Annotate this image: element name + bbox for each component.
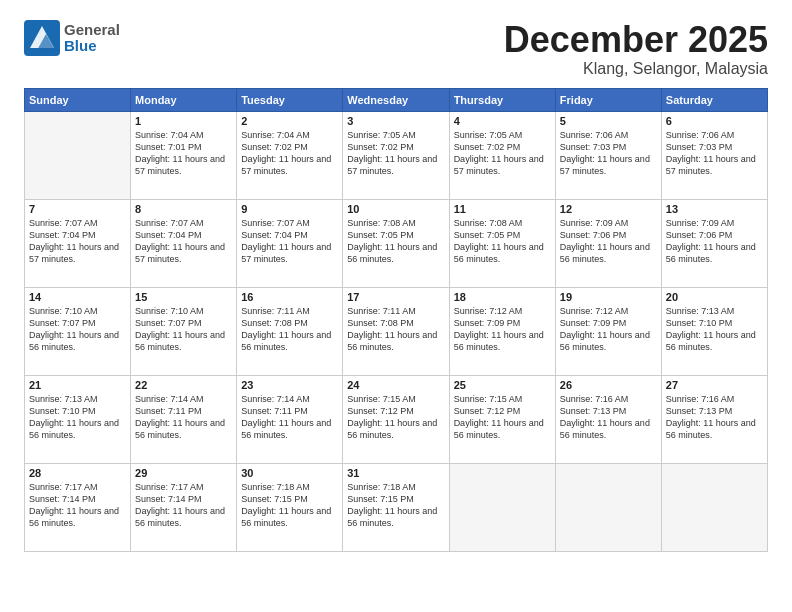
- calendar-week-1: 1Sunrise: 7:04 AMSunset: 7:01 PMDaylight…: [25, 111, 768, 199]
- calendar-cell: 5Sunrise: 7:06 AMSunset: 7:03 PMDaylight…: [555, 111, 661, 199]
- day-info: Sunrise: 7:07 AMSunset: 7:04 PMDaylight:…: [135, 217, 232, 266]
- day-info: Sunrise: 7:16 AMSunset: 7:13 PMDaylight:…: [666, 393, 763, 442]
- day-number: 16: [241, 291, 338, 303]
- calendar-cell: 16Sunrise: 7:11 AMSunset: 7:08 PMDayligh…: [237, 287, 343, 375]
- calendar-cell: 26Sunrise: 7:16 AMSunset: 7:13 PMDayligh…: [555, 375, 661, 463]
- day-number: 14: [29, 291, 126, 303]
- calendar-cell: 11Sunrise: 7:08 AMSunset: 7:05 PMDayligh…: [449, 199, 555, 287]
- weekday-header-friday: Friday: [555, 88, 661, 111]
- day-info: Sunrise: 7:18 AMSunset: 7:15 PMDaylight:…: [347, 481, 444, 530]
- calendar-week-5: 28Sunrise: 7:17 AMSunset: 7:14 PMDayligh…: [25, 463, 768, 551]
- weekday-header-tuesday: Tuesday: [237, 88, 343, 111]
- calendar-cell: 27Sunrise: 7:16 AMSunset: 7:13 PMDayligh…: [661, 375, 767, 463]
- calendar-cell: 10Sunrise: 7:08 AMSunset: 7:05 PMDayligh…: [343, 199, 449, 287]
- day-number: 13: [666, 203, 763, 215]
- day-info: Sunrise: 7:09 AMSunset: 7:06 PMDaylight:…: [560, 217, 657, 266]
- day-info: Sunrise: 7:06 AMSunset: 7:03 PMDaylight:…: [666, 129, 763, 178]
- calendar-cell: 29Sunrise: 7:17 AMSunset: 7:14 PMDayligh…: [131, 463, 237, 551]
- day-number: 12: [560, 203, 657, 215]
- day-number: 11: [454, 203, 551, 215]
- calendar-cell: 12Sunrise: 7:09 AMSunset: 7:06 PMDayligh…: [555, 199, 661, 287]
- calendar-cell: 13Sunrise: 7:09 AMSunset: 7:06 PMDayligh…: [661, 199, 767, 287]
- calendar-cell: 22Sunrise: 7:14 AMSunset: 7:11 PMDayligh…: [131, 375, 237, 463]
- day-info: Sunrise: 7:07 AMSunset: 7:04 PMDaylight:…: [29, 217, 126, 266]
- day-info: Sunrise: 7:12 AMSunset: 7:09 PMDaylight:…: [560, 305, 657, 354]
- weekday-header-sunday: Sunday: [25, 88, 131, 111]
- weekday-header-row: SundayMondayTuesdayWednesdayThursdayFrid…: [25, 88, 768, 111]
- calendar-cell: 17Sunrise: 7:11 AMSunset: 7:08 PMDayligh…: [343, 287, 449, 375]
- day-info: Sunrise: 7:10 AMSunset: 7:07 PMDaylight:…: [135, 305, 232, 354]
- calendar-cell: 25Sunrise: 7:15 AMSunset: 7:12 PMDayligh…: [449, 375, 555, 463]
- day-number: 7: [29, 203, 126, 215]
- calendar-table: SundayMondayTuesdayWednesdayThursdayFrid…: [24, 88, 768, 552]
- calendar-cell: 15Sunrise: 7:10 AMSunset: 7:07 PMDayligh…: [131, 287, 237, 375]
- day-info: Sunrise: 7:14 AMSunset: 7:11 PMDaylight:…: [135, 393, 232, 442]
- calendar-cell: 19Sunrise: 7:12 AMSunset: 7:09 PMDayligh…: [555, 287, 661, 375]
- day-number: 29: [135, 467, 232, 479]
- calendar-week-3: 14Sunrise: 7:10 AMSunset: 7:07 PMDayligh…: [25, 287, 768, 375]
- day-info: Sunrise: 7:17 AMSunset: 7:14 PMDaylight:…: [135, 481, 232, 530]
- logo-blue: Blue: [64, 38, 120, 55]
- calendar-cell: [661, 463, 767, 551]
- calendar-cell: 1Sunrise: 7:04 AMSunset: 7:01 PMDaylight…: [131, 111, 237, 199]
- header: General Blue December 2025 Klang, Selang…: [24, 20, 768, 78]
- day-info: Sunrise: 7:14 AMSunset: 7:11 PMDaylight:…: [241, 393, 338, 442]
- logo: General Blue: [24, 20, 120, 56]
- calendar-week-4: 21Sunrise: 7:13 AMSunset: 7:10 PMDayligh…: [25, 375, 768, 463]
- day-info: Sunrise: 7:10 AMSunset: 7:07 PMDaylight:…: [29, 305, 126, 354]
- day-number: 30: [241, 467, 338, 479]
- calendar-cell: 18Sunrise: 7:12 AMSunset: 7:09 PMDayligh…: [449, 287, 555, 375]
- day-info: Sunrise: 7:16 AMSunset: 7:13 PMDaylight:…: [560, 393, 657, 442]
- day-info: Sunrise: 7:13 AMSunset: 7:10 PMDaylight:…: [666, 305, 763, 354]
- logo-general: General: [64, 22, 120, 39]
- day-info: Sunrise: 7:13 AMSunset: 7:10 PMDaylight:…: [29, 393, 126, 442]
- day-info: Sunrise: 7:15 AMSunset: 7:12 PMDaylight:…: [454, 393, 551, 442]
- day-number: 25: [454, 379, 551, 391]
- day-number: 8: [135, 203, 232, 215]
- day-number: 15: [135, 291, 232, 303]
- calendar-cell: 30Sunrise: 7:18 AMSunset: 7:15 PMDayligh…: [237, 463, 343, 551]
- day-number: 2: [241, 115, 338, 127]
- day-number: 3: [347, 115, 444, 127]
- calendar-week-2: 7Sunrise: 7:07 AMSunset: 7:04 PMDaylight…: [25, 199, 768, 287]
- calendar-cell: 21Sunrise: 7:13 AMSunset: 7:10 PMDayligh…: [25, 375, 131, 463]
- day-info: Sunrise: 7:05 AMSunset: 7:02 PMDaylight:…: [347, 129, 444, 178]
- calendar-cell: 28Sunrise: 7:17 AMSunset: 7:14 PMDayligh…: [25, 463, 131, 551]
- day-number: 21: [29, 379, 126, 391]
- calendar-cell: 6Sunrise: 7:06 AMSunset: 7:03 PMDaylight…: [661, 111, 767, 199]
- logo-icon: [24, 20, 60, 56]
- day-number: 27: [666, 379, 763, 391]
- day-number: 28: [29, 467, 126, 479]
- day-number: 9: [241, 203, 338, 215]
- calendar-cell: 9Sunrise: 7:07 AMSunset: 7:04 PMDaylight…: [237, 199, 343, 287]
- weekday-header-wednesday: Wednesday: [343, 88, 449, 111]
- day-info: Sunrise: 7:07 AMSunset: 7:04 PMDaylight:…: [241, 217, 338, 266]
- day-info: Sunrise: 7:17 AMSunset: 7:14 PMDaylight:…: [29, 481, 126, 530]
- day-info: Sunrise: 7:18 AMSunset: 7:15 PMDaylight:…: [241, 481, 338, 530]
- day-number: 31: [347, 467, 444, 479]
- day-number: 4: [454, 115, 551, 127]
- day-number: 24: [347, 379, 444, 391]
- calendar-cell: 7Sunrise: 7:07 AMSunset: 7:04 PMDaylight…: [25, 199, 131, 287]
- calendar-cell: 24Sunrise: 7:15 AMSunset: 7:12 PMDayligh…: [343, 375, 449, 463]
- calendar-cell: 31Sunrise: 7:18 AMSunset: 7:15 PMDayligh…: [343, 463, 449, 551]
- location-title: Klang, Selangor, Malaysia: [504, 60, 768, 78]
- day-info: Sunrise: 7:11 AMSunset: 7:08 PMDaylight:…: [347, 305, 444, 354]
- calendar-cell: 8Sunrise: 7:07 AMSunset: 7:04 PMDaylight…: [131, 199, 237, 287]
- day-number: 19: [560, 291, 657, 303]
- day-info: Sunrise: 7:04 AMSunset: 7:02 PMDaylight:…: [241, 129, 338, 178]
- day-number: 17: [347, 291, 444, 303]
- weekday-header-saturday: Saturday: [661, 88, 767, 111]
- day-number: 18: [454, 291, 551, 303]
- day-info: Sunrise: 7:15 AMSunset: 7:12 PMDaylight:…: [347, 393, 444, 442]
- day-number: 10: [347, 203, 444, 215]
- page: General Blue December 2025 Klang, Selang…: [0, 0, 792, 612]
- day-number: 6: [666, 115, 763, 127]
- day-info: Sunrise: 7:12 AMSunset: 7:09 PMDaylight:…: [454, 305, 551, 354]
- day-info: Sunrise: 7:04 AMSunset: 7:01 PMDaylight:…: [135, 129, 232, 178]
- day-info: Sunrise: 7:11 AMSunset: 7:08 PMDaylight:…: [241, 305, 338, 354]
- calendar-cell: 20Sunrise: 7:13 AMSunset: 7:10 PMDayligh…: [661, 287, 767, 375]
- day-info: Sunrise: 7:08 AMSunset: 7:05 PMDaylight:…: [454, 217, 551, 266]
- calendar-cell: 2Sunrise: 7:04 AMSunset: 7:02 PMDaylight…: [237, 111, 343, 199]
- calendar-cell: 23Sunrise: 7:14 AMSunset: 7:11 PMDayligh…: [237, 375, 343, 463]
